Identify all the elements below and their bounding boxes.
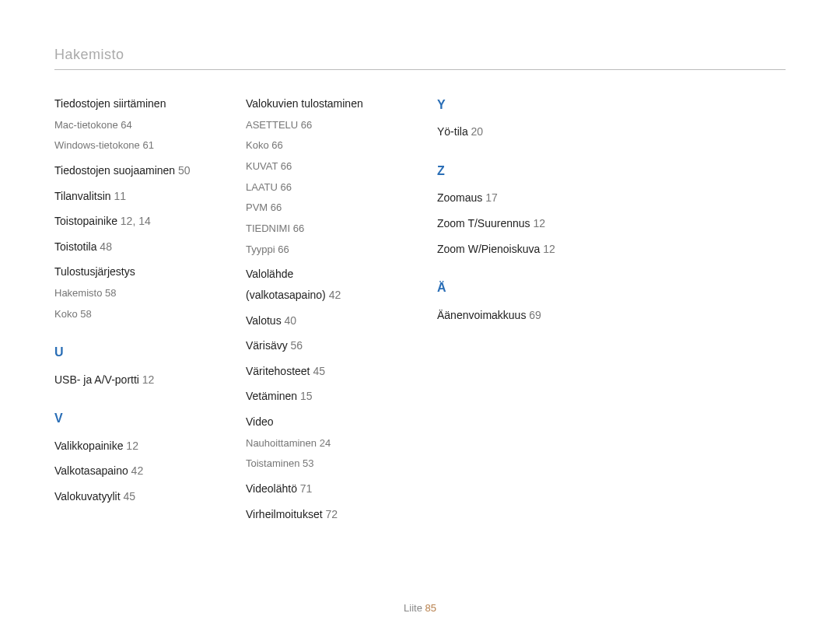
index-entry: Värisävy 56 [246, 335, 401, 356]
index-col-2: Valokuvien tulostaminen ASETTELU 66 Koko… [246, 93, 401, 524]
index-subentry: Hakemisto 58 [54, 284, 210, 303]
page-ref[interactable]: 66 [278, 243, 289, 255]
index-entry: Tiedostojen suojaaminen 50 [54, 160, 210, 181]
index-col-3: Y Yö-tila 20 Z Zoomaus 17 Zoom T/Suurenn… [437, 93, 593, 524]
entry-term: Toistopainike [54, 215, 117, 227]
index-entry: Virheilmoitukset 72 [246, 504, 401, 525]
page-ref[interactable]: 12 [543, 243, 555, 255]
page-ref[interactable]: 11 [114, 190, 127, 202]
index-entry: Yö-tila 20 [437, 121, 593, 142]
page-ref[interactable]: 53 [303, 457, 313, 469]
subentry-term: Windows-tietokone [54, 139, 140, 151]
index-subentry: Mac-tietokone 64 [54, 116, 210, 135]
index-subentry: Koko 58 [54, 305, 210, 324]
index-subentry: Koko 66 [246, 136, 401, 156]
page-ref[interactable]: 56 [291, 339, 303, 352]
entry-term: Valkotasapaino [54, 464, 128, 477]
page-ref[interactable]: 12 [142, 373, 155, 386]
letter-heading-V: V [54, 407, 210, 430]
entry-term: Zoom W/Pienoiskuva [437, 243, 540, 255]
page-title: Hakemisto [54, 47, 786, 70]
footer-label: Liite [404, 602, 422, 614]
entry-term: Vetäminen [246, 390, 297, 402]
letter-heading-Z: Z [437, 159, 593, 183]
page-ref[interactable]: 45 [123, 490, 135, 503]
page-ref[interactable]: 58 [105, 287, 116, 299]
index-entry: Valotus 40 [246, 310, 401, 331]
entry-term: Tilanvalitsin [54, 190, 111, 202]
index-entry: USB- ja A/V-portti 12 [54, 370, 210, 391]
page-ref[interactable]: 20 [471, 125, 484, 138]
subentry-term: Koko [54, 308, 78, 320]
subentry-term: Hakemisto [54, 287, 102, 299]
page-ref[interactable]: 72 [325, 508, 338, 520]
page-ref[interactable]: 40 [285, 314, 297, 327]
page-ref[interactable]: 66 [301, 119, 312, 131]
entry-term: Toistotila [54, 240, 96, 253]
index-subentry: Windows-tietokone 61 [54, 136, 210, 156]
index-columns: Tiedostojen siirtäminen Mac-tietokone 64… [54, 93, 786, 524]
page-ref[interactable]: 42 [329, 289, 341, 301]
subentry-term: Mac-tietokone [54, 119, 118, 131]
page-ref[interactable]: 24 [320, 437, 331, 449]
entry-term: Zoom T/Suurennus [437, 217, 530, 229]
entry-term: (valkotasapaino) [246, 289, 326, 301]
page-ref[interactable]: 71 [300, 482, 313, 495]
page-ref[interactable]: 42 [131, 464, 144, 477]
index-entry: Tilanvalitsin 11 [54, 186, 210, 207]
page-ref[interactable]: 66 [293, 222, 304, 234]
index-subentry: PVM 66 [246, 198, 401, 218]
subentry-term: Nauhoittaminen [246, 437, 317, 449]
index-subentry: LAATU 66 [246, 178, 401, 198]
index-subentry: ASETTELU 66 [246, 116, 401, 135]
index-entry: Zoomaus 17 [437, 187, 593, 208]
entry-term: Väritehosteet [246, 365, 310, 377]
page-ref[interactable]: 66 [271, 139, 282, 151]
page-ref[interactable]: 66 [281, 160, 292, 172]
entry-term: Värisävy [246, 339, 288, 352]
index-entry: Valolähde [246, 264, 401, 285]
footer-page-number: 85 [425, 602, 436, 614]
entry-term: Valikkopainike [54, 440, 123, 452]
index-entry: Toistopainike 12, 14 [54, 211, 210, 232]
letter-heading-U: U [54, 341, 210, 364]
subentry-term: LAATU [246, 181, 278, 193]
index-entry: Väritehosteet 45 [246, 361, 401, 382]
subentry-term: KUVAT [246, 160, 278, 172]
page-ref[interactable]: 50 [178, 164, 191, 177]
index-subentry: Nauhoittaminen 24 [246, 434, 401, 454]
page-ref[interactable]: 66 [281, 181, 292, 193]
page-ref[interactable]: 64 [121, 119, 131, 131]
index-entry: Valkotasapaino 42 [54, 461, 210, 482]
page-ref[interactable]: 45 [313, 365, 325, 377]
index-entry: Valokuvatyylit 45 [54, 486, 210, 507]
page-ref[interactable]: 66 [271, 201, 282, 213]
entry-term: Äänenvoimakkuus [437, 309, 526, 321]
index-entry: Toistotila 48 [54, 236, 210, 257]
index-entry: Tiedostojen siirtäminen [54, 93, 210, 114]
index-page: Hakemisto Tiedostojen siirtäminen Mac-ti… [0, 0, 840, 634]
subentry-term: ASETTELU [246, 119, 298, 131]
page-ref[interactable]: 61 [142, 139, 153, 151]
page-ref[interactable]: 69 [529, 309, 541, 321]
index-entry: Video [246, 412, 401, 433]
index-entry: (valkotasapaino) 42 [246, 285, 401, 306]
index-entry: Valikkopainike 12 [54, 436, 210, 457]
page-ref[interactable]: 12 [533, 217, 545, 229]
page-ref[interactable]: 48 [100, 240, 112, 253]
page-ref[interactable]: 15 [300, 390, 313, 402]
subentry-term: Koko [246, 139, 269, 151]
index-subentry: TIEDNIMI 66 [246, 219, 401, 239]
index-entry: Zoom W/Pienoiskuva 12 [437, 239, 593, 260]
page-ref[interactable]: 58 [80, 308, 91, 320]
page-ref[interactable]: 12, 14 [121, 215, 151, 227]
index-col-1: Tiedostojen siirtäminen Mac-tietokone 64… [54, 93, 210, 524]
index-entry: Zoom T/Suurennus 12 [437, 213, 593, 234]
index-subentry: Tyyppi 66 [246, 240, 401, 260]
index-entry: Valokuvien tulostaminen [246, 93, 401, 114]
page-ref[interactable]: 12 [126, 440, 138, 452]
index-entry: Videolähtö 71 [246, 478, 401, 499]
index-entry: Äänenvoimakkuus 69 [437, 305, 593, 326]
entry-term: Virheilmoitukset [246, 508, 323, 520]
page-ref[interactable]: 17 [485, 191, 498, 204]
